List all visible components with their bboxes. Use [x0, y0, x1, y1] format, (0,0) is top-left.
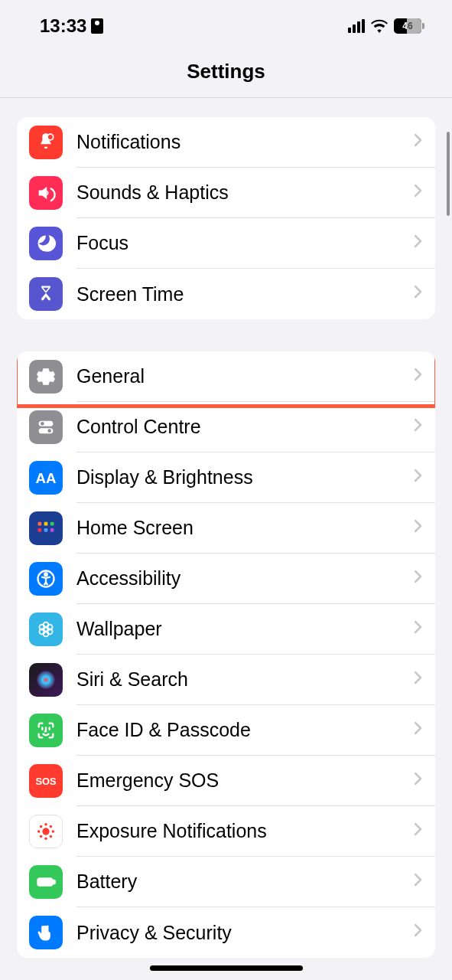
svg-point-1 — [48, 135, 53, 139]
status-bar: 13:33 46 — [0, 0, 452, 46]
chevron-right-icon — [415, 419, 423, 436]
sounds-icon — [29, 176, 63, 210]
page-title: Settings — [0, 60, 452, 83]
settings-row-wallpaper[interactable]: Wallpaper — [17, 604, 435, 655]
svg-point-24 — [42, 828, 49, 835]
chevron-right-icon — [415, 722, 423, 739]
svg-point-4 — [41, 422, 44, 426]
settings-row-label: Display & Brightness — [76, 466, 253, 488]
svg-rect-9 — [50, 522, 54, 526]
settings-row-label: Wallpaper — [76, 618, 162, 640]
settings-row-label: Home Screen — [76, 517, 193, 539]
settings-row-label: Focus — [76, 232, 128, 254]
privacy-icon — [29, 916, 63, 949]
display-icon: AA — [29, 461, 63, 495]
faceid-icon — [29, 714, 63, 747]
svg-point-22 — [37, 671, 54, 688]
cellular-signal-icon — [348, 19, 365, 33]
settings-row-exposure[interactable]: Exposure Notifications — [17, 806, 435, 857]
settings-row-label: Accessibility — [76, 567, 180, 590]
chevron-right-icon — [415, 286, 423, 302]
battery-level: 46 — [402, 21, 412, 31]
settings-row-label: General — [76, 365, 145, 387]
settings-row-label: Sounds & Haptics — [76, 181, 229, 204]
svg-rect-8 — [44, 522, 48, 526]
chevron-right-icon — [415, 235, 423, 252]
settings-row-label: Face ID & Passcode — [76, 719, 251, 741]
page-header: Settings — [0, 46, 452, 98]
screentime-icon — [29, 277, 63, 311]
svg-point-31 — [40, 835, 43, 838]
settings-row-label: Battery — [76, 871, 137, 893]
time: 13:33 — [40, 15, 86, 37]
settings-row-battery[interactable]: Battery — [17, 857, 435, 907]
settings-row-accessibility[interactable]: Accessibility — [17, 554, 435, 604]
svg-point-26 — [44, 838, 47, 841]
svg-point-30 — [50, 825, 53, 828]
chevron-right-icon — [415, 368, 423, 385]
settings-row-control[interactable]: Control Centre — [17, 402, 435, 452]
sos-icon: SOS — [29, 764, 63, 798]
settings-list[interactable]: NotificationsSounds & HapticsFocusScreen… — [0, 117, 452, 958]
settings-row-homescreen[interactable]: Home Screen — [17, 503, 435, 554]
battery-icon — [29, 865, 63, 899]
svg-rect-34 — [53, 880, 54, 884]
focus-icon — [29, 227, 63, 260]
accessibility-icon — [29, 562, 63, 596]
chevron-right-icon — [415, 134, 423, 151]
settings-row-siri[interactable]: Siri & Search — [17, 655, 435, 705]
settings-row-label: Privacy & Security — [76, 922, 232, 944]
chevron-right-icon — [415, 185, 423, 201]
chevron-right-icon — [415, 570, 423, 587]
settings-row-label: Notifications — [76, 131, 180, 153]
svg-rect-7 — [38, 522, 42, 526]
chevron-right-icon — [415, 621, 423, 638]
settings-section: GeneralControl CentreAADisplay & Brightn… — [17, 351, 435, 958]
svg-point-29 — [40, 825, 43, 828]
settings-row-label: Siri & Search — [76, 668, 188, 691]
status-right: 46 — [348, 18, 424, 34]
chevron-right-icon — [415, 520, 423, 537]
notifications-icon — [29, 126, 63, 159]
sim-card-icon — [91, 18, 103, 34]
svg-rect-10 — [38, 528, 42, 532]
svg-point-25 — [44, 823, 47, 826]
settings-row-label: Exposure Notifications — [76, 820, 267, 842]
battery-indicator: 46 — [394, 18, 424, 34]
control-icon — [29, 410, 63, 444]
settings-row-focus[interactable]: Focus — [17, 218, 435, 269]
scroll-indicator[interactable] — [447, 132, 450, 216]
svg-rect-11 — [44, 528, 48, 532]
siri-icon — [29, 663, 63, 697]
settings-row-sos[interactable]: SOSEmergency SOS — [17, 756, 435, 806]
settings-row-display[interactable]: AADisplay & Brightness — [17, 452, 435, 503]
svg-text:SOS: SOS — [35, 776, 57, 787]
chevron-right-icon — [415, 823, 423, 840]
settings-row-notifications[interactable]: Notifications — [17, 117, 435, 168]
settings-row-sounds[interactable]: Sounds & Haptics — [17, 168, 435, 218]
settings-row-faceid[interactable]: Face ID & Passcode — [17, 705, 435, 756]
svg-point-14 — [44, 573, 47, 576]
chevron-right-icon — [415, 469, 423, 486]
svg-point-32 — [50, 835, 53, 838]
exposure-icon — [29, 815, 63, 848]
settings-row-general[interactable]: General — [17, 351, 435, 402]
chevron-right-icon — [415, 671, 423, 688]
home-indicator[interactable] — [150, 965, 303, 971]
wifi-icon — [371, 19, 388, 33]
settings-row-privacy[interactable]: Privacy & Security — [17, 907, 435, 958]
general-icon — [29, 360, 63, 394]
chevron-right-icon — [415, 874, 423, 890]
svg-point-27 — [37, 830, 41, 833]
settings-row-label: Screen Time — [76, 283, 184, 305]
svg-point-5 — [47, 429, 51, 433]
settings-row-screentime[interactable]: Screen Time — [17, 269, 435, 319]
chevron-right-icon — [415, 924, 423, 941]
wallpaper-icon — [29, 612, 63, 646]
status-left: 13:33 — [40, 15, 103, 37]
svg-rect-33 — [38, 878, 53, 885]
chevron-right-icon — [415, 773, 423, 789]
settings-row-label: Emergency SOS — [76, 769, 219, 792]
svg-point-28 — [52, 830, 55, 833]
homescreen-icon — [29, 511, 63, 545]
